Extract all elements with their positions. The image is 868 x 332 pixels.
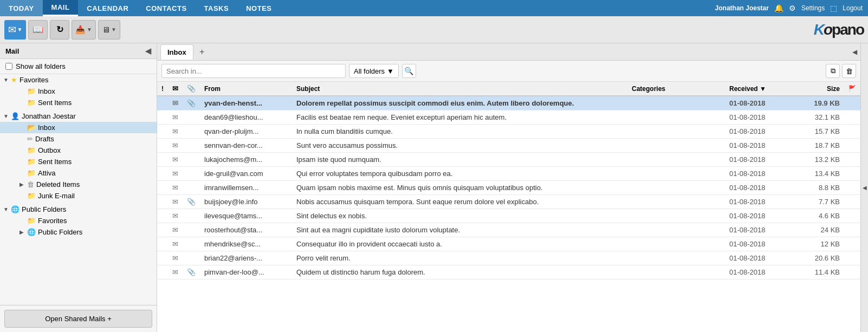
cell-categories	[627, 125, 725, 139]
sidebar-item-jonathan[interactable]: ▼ 👤 Jonathan Joestar	[0, 110, 157, 122]
cell-received: 01-08-2018	[725, 251, 790, 265]
copy-action-button[interactable]: ⧉	[826, 64, 840, 78]
table-row[interactable]: ✉sennvan-den-cor...Sunt vero accusamus p…	[157, 139, 860, 153]
table-row[interactable]: ✉roosterhout@sta...Sint aut ea magni cup…	[157, 223, 860, 237]
content-area: Inbox + ◀ All folders ▼ 🔍 ⧉ 🗑	[157, 43, 860, 332]
sidebar-item-pub-fav[interactable]: 📁 Favorites	[0, 215, 157, 226]
table-row[interactable]: ✉ilevesque@tams...Sint delectus ex nobis…	[157, 209, 860, 223]
cell-categories	[627, 181, 725, 195]
col-header-size[interactable]: Size	[790, 82, 844, 96]
sidebar-item-sent-fav[interactable]: 📁 Sent Items	[0, 97, 157, 108]
col-header-flag[interactable]: !	[157, 82, 168, 96]
sidebar-item-deleted[interactable]: ▶ 🗑 Deleted Items	[0, 179, 157, 190]
refresh-button[interactable]: ↻	[50, 20, 69, 40]
nav-contacts[interactable]: CONTACTS	[137, 0, 195, 16]
show-all-folders[interactable]: Show all folders	[0, 59, 157, 74]
cell-from: roosterhout@sta...	[200, 223, 292, 237]
cell-received: 01-08-2018	[725, 195, 790, 209]
table-row[interactable]: ✉ide-gruil@van.comQui error voluptates t…	[157, 167, 860, 181]
cell-from: imranwillemsen...	[200, 181, 292, 195]
sidebar-item-inbox[interactable]: 📂 Inbox	[0, 122, 157, 133]
cell-categories	[627, 153, 725, 167]
cell-attach-icon	[183, 223, 200, 237]
cell-flag	[157, 251, 168, 265]
right-collapse-handle[interactable]: ◀	[860, 43, 868, 332]
email-list: ! ✉ 📎 From Subject Categories Received ▼…	[157, 82, 860, 332]
sidebar-item-inbox-fav[interactable]: 📁 Inbox	[0, 86, 157, 97]
cell-read-icon: ✉	[168, 153, 183, 167]
delete-action-button[interactable]: 🗑	[842, 64, 856, 78]
cell-read-icon: ✉	[168, 96, 183, 110]
sidebar-bottom: Open Shared Mails +	[0, 305, 157, 332]
copy-icon: ⧉	[831, 67, 835, 75]
table-row[interactable]: ✉📎yvan-den-henst...Dolorem repellat poss…	[157, 96, 860, 110]
new-mail-button[interactable]: ✉ ▼	[4, 20, 26, 40]
sidebar: Mail ◀ Show all folders ▼ ★ Favorites 📁 …	[0, 43, 157, 332]
star-icon: ★	[11, 76, 17, 84]
cell-size: 24 KB	[790, 223, 844, 237]
col-header-received[interactable]: Received ▼	[725, 82, 790, 96]
search-input[interactable]	[161, 64, 346, 78]
table-row[interactable]: ✉brian22@ariens-...Porro velit rerum.01-…	[157, 251, 860, 265]
folder-selector[interactable]: All folders ▼	[349, 64, 399, 78]
cell-categories	[627, 110, 725, 125]
cell-subject: Qui error voluptates tempora quibusdam p…	[292, 167, 627, 181]
cell-read-icon: ✉	[168, 125, 183, 139]
new-mail-icon: ✉	[8, 24, 16, 36]
gear-icon[interactable]: ⚙	[789, 4, 796, 12]
table-row[interactable]: ✉lukajochems@m...Ipsam iste quod numquam…	[157, 153, 860, 167]
inbox-tab[interactable]: Inbox	[160, 44, 193, 60]
sidebar-label-junk: Junk E-mail	[38, 192, 75, 200]
nav-notes[interactable]: NOTES	[237, 0, 280, 16]
table-row[interactable]: ✉imranwillemsen...Quam ipsam nobis maxim…	[157, 181, 860, 195]
cell-categories	[627, 167, 725, 181]
sidebar-item-favorites[interactable]: ▼ ★ Favorites	[0, 74, 157, 86]
cell-received: 01-08-2018	[725, 237, 790, 251]
sidebar-label-favorites: Favorites	[20, 76, 48, 84]
logout-link[interactable]: Logout	[843, 4, 863, 12]
show-all-checkbox[interactable]	[5, 63, 12, 70]
settings-link[interactable]: Settings	[801, 4, 825, 12]
sidebar-item-sent[interactable]: 📁 Sent Items	[0, 156, 157, 167]
table-row[interactable]: ✉📎buijsjoey@le.infoNobis accusamus quisq…	[157, 195, 860, 209]
cell-categories	[627, 139, 725, 153]
logout-icon[interactable]: ⬚	[830, 4, 837, 12]
sidebar-item-drafts[interactable]: ✏ Drafts	[0, 133, 157, 145]
nav-mail[interactable]: MAIL	[43, 0, 79, 16]
sidebar-collapse-btn[interactable]: ◀	[145, 47, 151, 55]
sidebar-item-outbox[interactable]: 📁 Outbox	[0, 145, 157, 156]
sidebar-label-jonathan: Jonathan Joestar	[22, 112, 76, 120]
cell-attach-icon	[183, 181, 200, 195]
address-book-button[interactable]: 📖	[28, 20, 48, 40]
table-row[interactable]: ✉mhendrikse@sc...Consequatur illo in pro…	[157, 237, 860, 251]
col-header-from[interactable]: From	[200, 82, 292, 96]
nav-tasks[interactable]: TASKS	[196, 0, 238, 16]
cell-attach-icon	[183, 237, 200, 251]
col-header-read[interactable]: ✉	[168, 82, 183, 96]
nav-calendar[interactable]: CALENDAR	[78, 0, 137, 16]
open-shared-mails-button[interactable]: Open Shared Mails +	[4, 310, 152, 328]
search-button[interactable]: 🔍	[402, 64, 416, 78]
sidebar-item-junk[interactable]: 📁 Junk E-mail	[0, 190, 157, 201]
sidebar-item-public[interactable]: ▼ 🌐 Public Folders	[0, 204, 157, 215]
cell-attach-icon	[183, 167, 200, 181]
tab-right-collapse[interactable]: ◀	[852, 48, 857, 56]
top-nav-right: Jonathan Joestar 🔔 ⚙ Settings ⬚ Logout	[715, 0, 868, 16]
cell-flag-end	[844, 223, 860, 237]
nav-today[interactable]: TODAY	[0, 0, 43, 16]
table-row[interactable]: ✉dean69@lieshou...Facilis est beatae rem…	[157, 110, 860, 125]
sidebar-item-pub-folders[interactable]: ▶ 🌐 Public Folders	[0, 226, 157, 238]
col-header-categories[interactable]: Categories	[627, 82, 725, 96]
archive-button[interactable]: 📥 ▼	[72, 20, 96, 40]
cell-subject: Sunt vero accusamus possimus.	[292, 139, 627, 153]
add-tab-button[interactable]: +	[196, 45, 209, 58]
table-row[interactable]: ✉qvan-der-pluijm...In nulla cum blanditi…	[157, 125, 860, 139]
table-row[interactable]: ✉📎pimvan-der-loo@...Quidem ut distinctio…	[157, 265, 860, 279]
sent-icon: 📁	[27, 158, 36, 166]
cell-flag	[157, 209, 168, 223]
col-header-subject[interactable]: Subject	[292, 82, 627, 96]
sidebar-item-attiva[interactable]: 📁 Attiva	[0, 167, 157, 179]
bell-icon[interactable]: 🔔	[774, 4, 783, 12]
cell-attach-icon	[183, 251, 200, 265]
monitor-button[interactable]: 🖥 ▼	[98, 20, 120, 40]
